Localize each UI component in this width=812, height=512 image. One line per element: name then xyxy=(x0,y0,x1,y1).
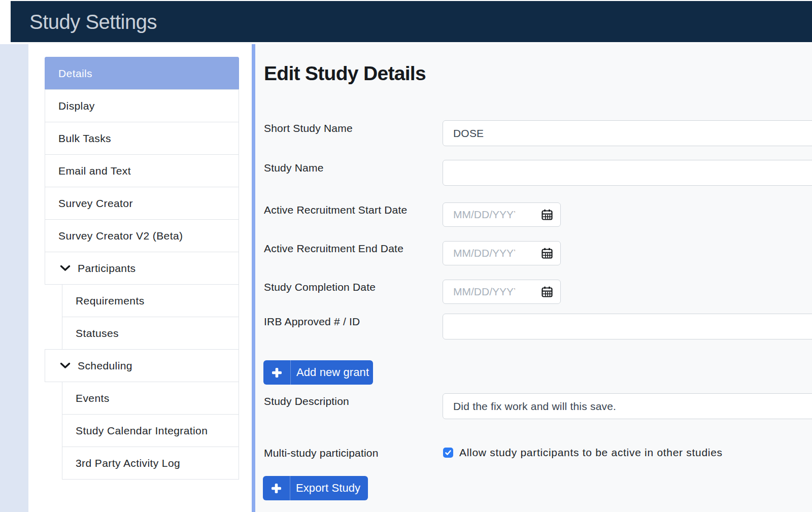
add-new-grant-label: Add new grant xyxy=(290,360,369,385)
page-title: Study Settings xyxy=(11,10,157,33)
recruit-end-field xyxy=(443,241,561,265)
sidebar-item-3rd-party-activity-log[interactable]: 3rd Party Activity Log xyxy=(62,447,239,480)
completion-date-label: Study Completion Date xyxy=(264,281,376,293)
sidebar-item-email-and-text[interactable]: Email and Text xyxy=(45,154,239,187)
sidebar-item-label: Events xyxy=(76,392,110,404)
recruit-end-label: Active Recruitment End Date xyxy=(264,242,403,255)
sidebar-item-scheduling[interactable]: Scheduling xyxy=(45,349,239,382)
sidebar-item-details[interactable]: Details xyxy=(45,57,239,90)
irb-label: IRB Approved # / ID xyxy=(264,315,360,328)
sidebar-item-label: Email and Text xyxy=(58,165,131,177)
sidebar-item-label: 3rd Party Activity Log xyxy=(76,457,180,469)
chevron-down-icon xyxy=(60,265,71,271)
export-study-label: Export Study xyxy=(290,476,360,500)
sidebar-item-label: Scheduling xyxy=(78,360,132,372)
short-study-name-label: Short Study Name xyxy=(264,122,353,134)
study-name-label: Study Name xyxy=(264,161,324,174)
study-name-input[interactable] xyxy=(443,160,812,186)
sidebar-item-label: Survey Creator xyxy=(58,197,133,210)
sidebar-item-events[interactable]: Events xyxy=(62,382,239,415)
left-margin-strip xyxy=(0,44,28,512)
sidebar-item-requirements[interactable]: Requirements xyxy=(62,284,239,317)
sidebar-item-participants[interactable]: Participants xyxy=(45,252,239,285)
calendar-icon[interactable] xyxy=(542,286,553,299)
app-header: Study Settings xyxy=(11,1,812,42)
calendar-icon[interactable] xyxy=(542,209,553,222)
sidebar-item-label: Requirements xyxy=(76,295,145,307)
sidebar-item-bulk-tasks[interactable]: Bulk Tasks xyxy=(45,122,239,155)
calendar-icon[interactable] xyxy=(542,248,553,261)
sidebar-item-label: Display xyxy=(58,100,95,112)
sidebar-item-label: Survey Creator V2 (Beta) xyxy=(58,230,183,242)
sidebar: DetailsDisplayBulk TasksEmail and TextSu… xyxy=(45,57,239,480)
sidebar-item-survey-creator[interactable]: Survey Creator xyxy=(45,187,239,220)
multi-study-checkbox[interactable] xyxy=(443,448,453,458)
sidebar-item-statuses[interactable]: Statuses xyxy=(62,317,239,350)
plus-icon xyxy=(263,476,290,500)
section-heading: Edit Study Details xyxy=(264,62,426,85)
export-study-button[interactable]: Export Study xyxy=(263,476,368,500)
irb-input[interactable] xyxy=(443,314,812,339)
sidebar-item-label: Bulk Tasks xyxy=(58,132,111,145)
multi-study-checkbox-label: Allow study participants to be active in… xyxy=(459,446,723,459)
sidebar-item-label: Statuses xyxy=(76,327,119,339)
description-label: Study Description xyxy=(264,395,349,407)
main-panel: Edit Study Details Short Study Name Stud… xyxy=(255,44,812,512)
sidebar-item-label: Study Calendar Integration xyxy=(76,425,208,437)
sidebar-item-label: Participants xyxy=(78,262,136,275)
completion-date-field xyxy=(443,280,561,304)
short-study-name-input[interactable] xyxy=(443,120,812,146)
sidebar-item-display[interactable]: Display xyxy=(45,89,239,122)
sidebar-item-survey-creator-v2-beta[interactable]: Survey Creator V2 (Beta) xyxy=(45,219,239,252)
chevron-down-icon xyxy=(60,362,71,369)
plus-icon xyxy=(263,360,290,385)
add-new-grant-button[interactable]: Add new grant xyxy=(263,360,373,385)
sidebar-item-study-calendar-integration[interactable]: Study Calendar Integration xyxy=(62,414,239,447)
sidebar-item-label: Details xyxy=(58,67,92,80)
description-input[interactable] xyxy=(443,393,812,419)
recruit-start-field xyxy=(443,202,561,227)
multi-study-label: Multi-study participation xyxy=(264,447,379,459)
recruit-start-label: Active Recruitment Start Date xyxy=(264,203,407,216)
content-divider xyxy=(252,44,255,512)
